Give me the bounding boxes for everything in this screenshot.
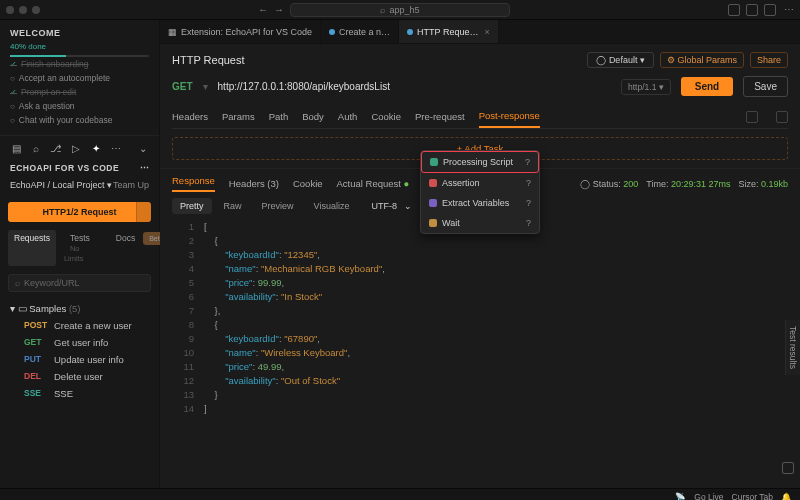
sidebar-subtabs: Requests Tests No Limits DocsBeta: [0, 226, 159, 270]
editor-tab[interactable]: Create a n…: [321, 20, 399, 43]
tab-requests[interactable]: Requests: [8, 230, 56, 266]
titlebar: ← → ⌕ app_h5 ⋯: [0, 0, 800, 20]
response-tab[interactable]: Cookie: [293, 178, 323, 189]
request-action-icon[interactable]: [776, 111, 788, 123]
endpoint-item[interactable]: PUTUpdate user info: [6, 351, 153, 368]
request-header: HTTP Request ◯ Default ▾ ⚙ Global Params…: [160, 44, 800, 129]
request-tab-post-response[interactable]: Post-response: [479, 105, 540, 128]
endpoint-item[interactable]: POSTCreate a new user: [6, 317, 153, 334]
collection-tree: ▾ ▭ Samples (5) POSTCreate a new userGET…: [0, 296, 159, 406]
request-title: HTTP Request: [172, 54, 245, 66]
save-button[interactable]: Save: [743, 76, 788, 97]
overflow-icon[interactable]: ⋯: [110, 142, 122, 154]
response-tab[interactable]: Actual Request ●: [337, 178, 410, 189]
response-body[interactable]: 1[2 {3 "keyboardId": "12345",4 "name": "…: [160, 220, 800, 488]
welcome-item[interactable]: Accept an autocomplete: [10, 71, 149, 85]
global-params-button[interactable]: ⚙ Global Params: [660, 52, 744, 68]
new-request-button[interactable]: HTTP1/2 Request: [8, 202, 151, 222]
test-results-tab[interactable]: Test results: [785, 320, 800, 375]
url-input[interactable]: http://127.0.0.1:8080/api/keyboardsList: [218, 81, 611, 92]
project-selector[interactable]: EchoAPI / Local Project ▾ Team Up: [0, 176, 159, 198]
editor-tab[interactable]: HTTP Reque…×: [399, 20, 499, 43]
extension-title: ECHOAPI FOR VS CODE⋯: [0, 160, 159, 176]
welcome-progress: 40% done: [10, 42, 149, 51]
tab-tests[interactable]: Tests No Limits: [58, 230, 102, 266]
request-tabs: HeadersParamsPathBodyAuthCookiePre-reque…: [172, 105, 788, 129]
protocol-selector[interactable]: http/1.1 ▾: [621, 79, 671, 95]
welcome-item[interactable]: Prompt an edit: [10, 85, 149, 99]
command-center[interactable]: ⌕ app_h5: [290, 3, 510, 17]
nav-back-icon[interactable]: ←: [258, 4, 268, 15]
titlebar-actions: ⋯: [728, 4, 794, 16]
method-selector[interactable]: GET: [172, 81, 193, 92]
search-icon: ⌕: [380, 5, 385, 15]
endpoint-item[interactable]: GETGet user info: [6, 334, 153, 351]
layout-toggle-icon[interactable]: [782, 462, 794, 474]
welcome-item[interactable]: Ask a question: [10, 99, 149, 113]
endpoint-item[interactable]: SSESSE: [6, 385, 153, 402]
dropdown-item[interactable]: Wait?: [421, 213, 539, 233]
layout-icon[interactable]: [728, 4, 740, 16]
search-icon: ⌕: [15, 278, 20, 288]
sidebar: WELCOME 40% done Finish onboardingAccept…: [0, 20, 160, 488]
welcome-title: WELCOME: [10, 28, 149, 38]
go-live[interactable]: Go Live: [694, 492, 723, 501]
welcome-item[interactable]: Finish onboarding: [10, 57, 149, 71]
team-up-link[interactable]: Team Up: [113, 180, 149, 190]
search-placeholder: Keyword/URL: [24, 278, 80, 288]
response-tab[interactable]: Headers (3): [229, 178, 279, 189]
response-info: ◯ Status: 200Time: 20:29:31 27msSize: 0.…: [580, 179, 788, 189]
request-tab-pre-request[interactable]: Pre-request: [415, 106, 465, 127]
send-button[interactable]: Send: [681, 77, 733, 96]
sidebar-icon[interactable]: [764, 4, 776, 16]
encoding-selector[interactable]: UTF-8 ⌄: [371, 201, 412, 211]
view-preview[interactable]: Preview: [254, 198, 302, 214]
dropdown-item[interactable]: Processing Script?: [421, 151, 539, 173]
response-tab[interactable]: Response: [172, 175, 215, 192]
request-tab-path[interactable]: Path: [269, 106, 289, 127]
view-visualize[interactable]: Visualize: [306, 198, 358, 214]
broadcast-icon[interactable]: 📡: [675, 492, 686, 501]
activity-bar: ▤ ⌕ ⎇ ▷ ✦ ⋯ ⌄: [0, 136, 159, 160]
request-tab-cookie[interactable]: Cookie: [371, 106, 401, 127]
welcome-panel: WELCOME 40% done Finish onboardingAccept…: [0, 20, 159, 136]
view-raw[interactable]: Raw: [216, 198, 250, 214]
task-dropdown: Processing Script?Assertion?Extract Vari…: [420, 150, 540, 234]
dropdown-item[interactable]: Extract Variables?: [421, 193, 539, 213]
search-icon[interactable]: ⌕: [30, 142, 42, 154]
nav-forward-icon[interactable]: →: [274, 4, 284, 15]
request-tab-auth[interactable]: Auth: [338, 106, 358, 127]
files-icon[interactable]: ▤: [10, 142, 22, 154]
cursor-tab[interactable]: Cursor Tab: [732, 492, 773, 501]
debug-icon[interactable]: ▷: [70, 142, 82, 154]
request-tab-body[interactable]: Body: [302, 106, 324, 127]
environment-selector[interactable]: ◯ Default ▾: [587, 52, 654, 68]
scm-icon[interactable]: ⎇: [50, 142, 62, 154]
more-icon[interactable]: ⋯: [784, 4, 794, 16]
workspace-name: app_h5: [389, 5, 419, 15]
welcome-item[interactable]: Chat with your codebase: [10, 113, 149, 127]
view-pretty[interactable]: Pretty: [172, 198, 212, 214]
request-tab-headers[interactable]: Headers: [172, 106, 208, 127]
folder-samples[interactable]: ▾ ▭ Samples (5): [6, 300, 153, 317]
sidebar-search[interactable]: ⌕ Keyword/URL: [8, 274, 151, 292]
chevron-down-icon[interactable]: ⌄: [137, 142, 149, 154]
extension-icon[interactable]: ✦: [90, 142, 102, 154]
bell-icon[interactable]: 🔔: [781, 492, 792, 501]
request-tab-params[interactable]: Params: [222, 106, 255, 127]
dropdown-item[interactable]: Assertion?: [421, 173, 539, 193]
window-controls[interactable]: [6, 6, 40, 14]
endpoint-item[interactable]: DELDelete user: [6, 368, 153, 385]
editor-tab[interactable]: ▦ Extension: EchoAPI for VS Code: [160, 20, 321, 43]
share-button[interactable]: Share: [750, 52, 788, 68]
editor-area: ▦ Extension: EchoAPI for VS CodeCreate a…: [160, 20, 800, 488]
panel-icon[interactable]: [746, 4, 758, 16]
editor-tabs: ▦ Extension: EchoAPI for VS CodeCreate a…: [160, 20, 800, 44]
statusbar: 📡 Go Live Cursor Tab 🔔: [0, 488, 800, 500]
more-icon[interactable]: ⋯: [140, 163, 150, 173]
request-action-icon[interactable]: [746, 111, 758, 123]
